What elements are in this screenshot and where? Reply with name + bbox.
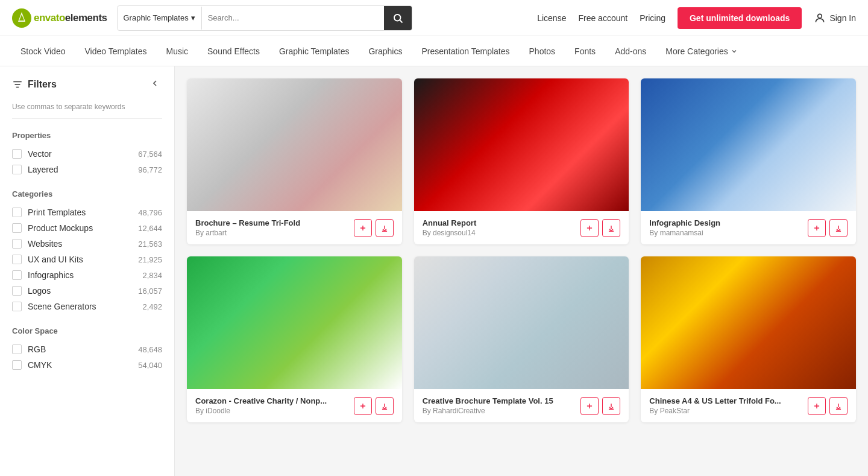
logos-checkbox[interactable] (12, 286, 22, 296)
filter-product-mockups[interactable]: Product Mockups 12,644 (12, 220, 162, 236)
filter-websites[interactable]: Websites 21,563 (12, 236, 162, 252)
download-icon (607, 224, 615, 232)
card-5-bookmark-button[interactable] (808, 397, 826, 415)
rgb-count: 48,648 (138, 345, 162, 354)
logos-label: Logos (28, 286, 132, 296)
card-5-image[interactable] (641, 256, 856, 389)
filter-logos[interactable]: Logos 16,057 (12, 283, 162, 299)
header-nav: License Free account Pricing Get unlimit… (537, 7, 856, 29)
card-2-download-button[interactable] (829, 219, 848, 237)
card-1-image[interactable] (414, 78, 629, 211)
card-3-info: Corazon - Creative Charity / Nonp... By … (195, 396, 349, 415)
filter-cmyk[interactable]: CMYK 54,040 (12, 357, 162, 373)
card-4-bookmark-button[interactable] (580, 397, 599, 415)
svg-point-3 (394, 14, 401, 21)
card-2-bookmark-button[interactable] (808, 219, 826, 237)
ux-ui-kits-checkbox[interactable] (12, 255, 22, 264)
vector-label: Vector (28, 149, 132, 159)
cta-button[interactable]: Get unlimited downloads (678, 7, 802, 29)
free-account-link[interactable]: Free account (578, 13, 627, 23)
product-mockups-checkbox[interactable] (12, 223, 22, 233)
nav-item-graphics[interactable]: Graphics (360, 36, 410, 66)
nav-item-music[interactable]: Music (157, 36, 197, 66)
ux-ui-kits-label: UX and UI Kits (28, 255, 132, 264)
bookmark-icon (813, 224, 821, 232)
card-3-download-button[interactable] (376, 397, 394, 415)
vector-count: 67,564 (138, 150, 162, 159)
header: envatoelements Graphic Templates ▾ Licen… (0, 0, 868, 36)
filter-infographics[interactable]: Infographics 2,834 (12, 267, 162, 283)
nav-item-presentation-templates[interactable]: Presentation Templates (413, 36, 518, 66)
filter-layered[interactable]: Layered 96,772 (12, 162, 162, 177)
collapse-sidebar-button[interactable] (148, 76, 162, 93)
sign-in-label: Sign In (829, 13, 856, 23)
print-templates-label: Print Templates (28, 208, 132, 217)
logo-text: envatoelements (34, 12, 107, 24)
card-4-author: By RahardiCreative (423, 407, 576, 415)
vector-checkbox[interactable] (12, 149, 22, 159)
search-button[interactable] (384, 6, 412, 30)
websites-checkbox[interactable] (12, 239, 22, 249)
main-layout: Filters Use commas to separate keywords … (0, 66, 868, 476)
logo[interactable]: envatoelements (12, 8, 107, 28)
rgb-checkbox[interactable] (12, 344, 22, 354)
keywords-hint: Use commas to separate keywords (12, 103, 162, 119)
sign-in-link[interactable]: Sign In (814, 12, 856, 24)
logos-count: 16,057 (138, 287, 162, 296)
download-icon (607, 402, 615, 410)
product-mockups-label: Product Mockups (28, 223, 132, 233)
filter-scene-generators[interactable]: Scene Generators 2,492 (12, 299, 162, 314)
card-1: Annual Report By designsoul14 (414, 78, 629, 244)
card-2-image[interactable] (641, 78, 856, 211)
license-link[interactable]: License (537, 13, 566, 23)
card-0-image[interactable] (187, 78, 402, 211)
cmyk-checkbox[interactable] (12, 360, 22, 370)
print-templates-checkbox[interactable] (12, 208, 22, 217)
scene-generators-checkbox[interactable] (12, 302, 22, 311)
infographics-checkbox[interactable] (12, 270, 22, 280)
filter-print-templates[interactable]: Print Templates 48,796 (12, 205, 162, 220)
content-area: Brochure – Resume Tri-Fold By artbart (175, 66, 868, 476)
card-3-image[interactable] (187, 256, 402, 389)
card-1-actions (580, 219, 620, 237)
card-3-bookmark-button[interactable] (354, 397, 372, 415)
properties-title: Properties (12, 131, 162, 140)
card-1-title: Annual Report (423, 218, 576, 227)
nav-item-fonts[interactable]: Fonts (566, 36, 604, 66)
search-bar: Graphic Templates ▾ (117, 5, 412, 31)
card-0-info: Brochure – Resume Tri-Fold By artbart (195, 218, 349, 237)
card-4-image[interactable] (414, 256, 629, 389)
nav-item-stock-video[interactable]: Stock Video (12, 36, 74, 66)
nav-item-photos[interactable]: Photos (521, 36, 564, 66)
envato-logo-icon (12, 8, 31, 28)
card-3: Corazon - Creative Charity / Nonp... By … (187, 256, 402, 422)
search-category-selector[interactable]: Graphic Templates ▾ (118, 7, 202, 30)
cmyk-count: 54,040 (138, 361, 162, 370)
card-1-download-button[interactable] (602, 219, 620, 237)
nav-item-graphic-templates[interactable]: Graphic Templates (271, 36, 357, 66)
card-5: Chinese A4 & US Letter Trifold Fo... By … (641, 256, 856, 422)
card-5-download-button[interactable] (829, 397, 848, 415)
card-5-actions (808, 397, 848, 415)
nav-item-sound-effects[interactable]: Sound Effects (199, 36, 268, 66)
nav-item-video-templates[interactable]: Video Templates (76, 36, 155, 66)
filter-rgb[interactable]: RGB 48,648 (12, 341, 162, 357)
bookmark-icon (359, 402, 367, 410)
filter-vector[interactable]: Vector 67,564 (12, 146, 162, 162)
nav-item-more-categories[interactable]: More Categories (657, 36, 746, 66)
card-1-bookmark-button[interactable] (580, 219, 599, 237)
nav-item-add-ons[interactable]: Add-ons (606, 36, 655, 66)
card-2: Infographic Design By mamanamsai (641, 78, 856, 244)
card-0: Brochure – Resume Tri-Fold By artbart (187, 78, 402, 244)
infographics-count: 2,834 (142, 271, 162, 280)
card-2-title: Infographic Design (649, 218, 803, 227)
pricing-link[interactable]: Pricing (640, 13, 665, 23)
layered-checkbox[interactable] (12, 165, 22, 174)
card-0-bookmark-button[interactable] (354, 219, 372, 237)
filter-ux-ui-kits[interactable]: UX and UI Kits 21,925 (12, 252, 162, 267)
card-0-download-button[interactable] (376, 219, 394, 237)
ux-ui-kits-count: 21,925 (138, 255, 162, 264)
search-input[interactable] (202, 7, 384, 30)
bookmark-icon (585, 224, 594, 232)
card-4-download-button[interactable] (602, 397, 620, 415)
